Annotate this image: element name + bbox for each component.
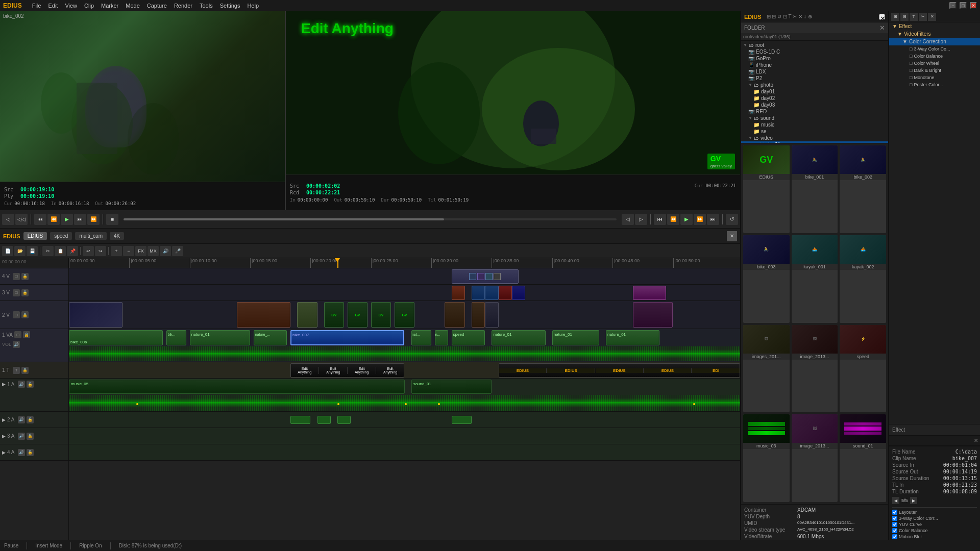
clip-3v-3[interactable] — [485, 286, 498, 300]
asset-thumb-speed[interactable]: ⚡ speed — [840, 325, 886, 413]
folder-close-btn[interactable]: ✕ — [879, 24, 885, 32]
minimize-button[interactable]: − — [949, 2, 957, 9]
timeline-tab-edius[interactable]: EDIUS — [23, 232, 47, 240]
prg-mark-out[interactable]: ▷ — [635, 214, 647, 225]
asset-thumb-sound01[interactable]: sound_01 — [840, 414, 886, 502]
clip-2v-bike[interactable] — [69, 302, 122, 328]
effect-check-layouter[interactable] — [892, 510, 897, 515]
clip-1va-n[interactable]: n... — [435, 330, 448, 345]
tl-undo[interactable]: ↩ — [83, 246, 94, 256]
asset-thumb-music03[interactable]: music_03 — [743, 414, 790, 502]
title-clip-group[interactable]: EditAnything EditAnything EditAnything E… — [290, 363, 405, 378]
clip-1va-bike006[interactable]: bike_006 — [69, 330, 163, 345]
track-lock-4a[interactable]: 🔒 — [27, 449, 34, 456]
clip-1va-nature01-c[interactable]: nature_01 — [552, 330, 599, 345]
tl-mic[interactable]: 🎤 — [172, 246, 183, 256]
track-vol-1a[interactable]: 🔊 — [18, 381, 25, 388]
tl-new-seq[interactable]: 📄 — [2, 246, 13, 256]
effect-tree-root[interactable]: ▼Effect — [889, 22, 980, 30]
tl-mix[interactable]: MX — [148, 246, 159, 256]
tl-paste[interactable]: 📌 — [67, 246, 78, 256]
track-lock-1va[interactable]: 🔒 — [23, 331, 30, 338]
mark-in-button[interactable]: ◁ — [2, 214, 14, 225]
clip-2v-r1[interactable] — [445, 302, 464, 328]
clip-1va-nature01-d[interactable]: nature_01 — [606, 330, 659, 345]
menu-settings[interactable]: Settings — [220, 3, 240, 9]
clip-2v-gv1[interactable]: GV — [324, 302, 344, 328]
track-vol-4a[interactable]: 🔊 — [18, 449, 25, 456]
effect-check-3way[interactable] — [892, 516, 897, 521]
asset-thumb-image2013a[interactable]: 🖼 image_2013... — [792, 325, 838, 413]
folder-sound-se[interactable]: 📁se — [741, 128, 888, 135]
clip-2v-gv2[interactable]: GV — [348, 302, 368, 328]
tl-add-track[interactable]: + — [111, 246, 122, 256]
effect-bottom-close[interactable]: ✕ — [974, 438, 978, 443]
track-lock-1t[interactable]: 🔒 — [21, 367, 29, 374]
asset-thumb-images201[interactable]: 🖼 images_201... — [743, 325, 790, 413]
asset-thumb-bike002[interactable]: 🚴 bike_002 — [840, 145, 886, 233]
clip-2a-4[interactable] — [452, 416, 472, 424]
tl-copy[interactable]: 📋 — [55, 246, 66, 256]
effect-tree-darkbright[interactable]: □Dark & Bright — [889, 67, 980, 74]
maximize-button[interactable]: □ — [960, 2, 967, 9]
clip-2v-gv4[interactable]: GV — [395, 302, 414, 328]
prg-play[interactable]: ▶ — [680, 214, 693, 225]
menu-tools[interactable]: Tools — [200, 3, 213, 9]
tl-del-track[interactable]: − — [123, 246, 134, 256]
vol-point-3[interactable] — [405, 403, 407, 405]
status-ripple[interactable]: Ripple On — [79, 543, 102, 548]
folder-photo[interactable]: ▼🗁photo — [741, 82, 888, 88]
status-pause[interactable]: Pause — [4, 543, 18, 548]
tl-vol[interactable]: 🔊 — [160, 246, 171, 256]
folder-ldx[interactable]: 📷LDX — [741, 68, 888, 75]
effect-page-next[interactable]: ▶ — [910, 497, 917, 504]
effect-toolbar-close[interactable]: ✕ — [928, 13, 936, 21]
asset-thumb-bike001[interactable]: 🚴 bike_001 — [792, 145, 838, 233]
asset-thumb-kayak001[interactable]: 🚣 kayak_001 — [792, 235, 838, 323]
folder-sound-music[interactable]: 📁music — [741, 121, 888, 128]
track-lock-3v[interactable]: 🔒 — [21, 289, 29, 296]
folder-photo-day02[interactable]: 📁day02 — [741, 95, 888, 102]
tl-fx[interactable]: FX — [135, 246, 146, 256]
prg-mark-in[interactable]: ◁ — [622, 214, 634, 225]
folder-photo-day01[interactable]: 📁day01 — [741, 88, 888, 95]
folder-root[interactable]: ▼🗁root — [741, 42, 888, 48]
menu-view[interactable]: View — [65, 3, 77, 9]
prev-frame-button[interactable]: ⏮ — [34, 214, 46, 225]
menu-mode[interactable]: Mode — [126, 3, 140, 9]
menu-render[interactable]: Render — [174, 3, 192, 9]
source-progress-bar[interactable] — [124, 218, 617, 220]
effect-toolbar-btn1[interactable]: ⊞ — [891, 13, 899, 21]
asset-thumb-kayak002[interactable]: 🚣 kayak_002 — [840, 235, 886, 323]
prg-rew[interactable]: ⏪ — [667, 214, 679, 225]
next-frame-button[interactable]: ⏩ — [87, 214, 100, 225]
asset-thumb-image2013b[interactable]: 🖼 image_2013... — [792, 414, 838, 502]
track-4v-clip-group[interactable] — [452, 269, 519, 284]
track-lock-3a[interactable]: 🔒 — [27, 433, 34, 440]
clip-1va-nature01-b[interactable]: nature_01 — [492, 330, 545, 345]
clip-3v-6[interactable] — [633, 286, 667, 300]
clip-1va-nature-s[interactable]: nature_... — [254, 330, 287, 345]
effect-tree-monotone[interactable]: □Monotone — [889, 74, 980, 81]
clip-2v-gv3[interactable]: GV — [371, 302, 391, 328]
effect-tree-colorcorrection[interactable]: ▼Color Correction — [889, 38, 980, 45]
effect-check-motionblur[interactable] — [892, 534, 897, 539]
effect-tree-3waycol[interactable]: □3-Way Color Co... — [889, 45, 980, 53]
asset-thumb-edius[interactable]: GV EDIUS — [743, 145, 790, 233]
status-insert-mode[interactable]: Insert Mode — [35, 543, 62, 548]
menu-marker[interactable]: Marker — [101, 3, 118, 9]
clip-1a-sound01[interactable]: sound_01 — [411, 380, 492, 394]
asset-thumb-bike003[interactable]: 🚴 bike_003 — [743, 235, 790, 323]
clip-1va-bike007[interactable]: bike_007 — [290, 330, 405, 345]
folder-iphone[interactable]: 📱iPhone — [741, 62, 888, 68]
clip-1va-nature01[interactable]: nature_01 — [190, 330, 250, 345]
clip-2a-3[interactable] — [337, 416, 351, 424]
track-icon-3v[interactable]: □ — [13, 289, 20, 296]
stop-button[interactable]: ■ — [106, 214, 118, 225]
effect-toolbar-btn4[interactable]: ✂ — [919, 13, 927, 21]
effect-tree-colorwheel[interactable]: □Color Wheel — [889, 60, 980, 67]
play-loop-button[interactable]: ⏭ — [74, 214, 86, 225]
effect-tree-postercolor[interactable]: □Poster Color... — [889, 81, 980, 88]
tl-open[interactable]: 📂 — [14, 246, 26, 256]
prg-prev[interactable]: ⏮ — [654, 214, 666, 225]
